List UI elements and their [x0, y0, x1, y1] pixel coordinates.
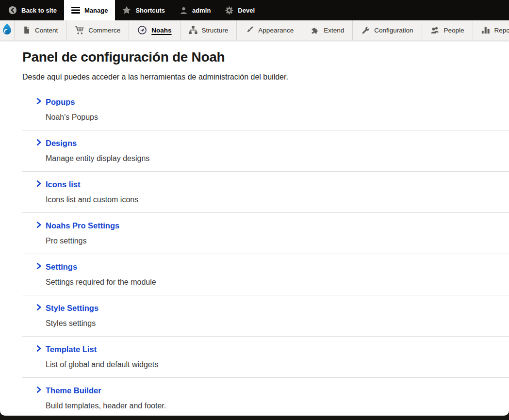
chevron-right-icon [36, 221, 42, 230]
file-icon [23, 26, 31, 34]
admin-toolbar: Back to site Manage Shortcuts admin [0, 0, 509, 20]
template-list-link[interactable]: Template List [36, 344, 509, 355]
page-content: Panel de configuración de Noah Desde aqu… [0, 40, 509, 416]
toolbar-item-configuration[interactable]: Configuration [353, 20, 422, 40]
drupal-logo [0, 22, 14, 38]
toolbar-item-people[interactable]: People [422, 20, 473, 40]
theme-builder-description: Build templates, header and footer. [46, 401, 509, 411]
list-item-theme-builder: Theme Builder Build templates, header an… [22, 378, 509, 416]
window-bottom-edge [0, 416, 509, 420]
wrench-icon [361, 26, 370, 34]
popups-description: Noah's Popups [46, 112, 509, 122]
people-label: People [444, 27, 464, 34]
noahs-label: Noahs [151, 27, 171, 34]
send-circle-icon [137, 25, 147, 35]
list-item-designs: Designs Manage entity display designs [22, 130, 509, 172]
toolbar-item-extend[interactable]: Extend [302, 20, 353, 40]
list-item-popups: Popups Noah's Popups [22, 89, 509, 130]
list-item-settings: Settings Settings required for the modul… [22, 254, 509, 295]
settings-title: Settings [46, 262, 77, 272]
page-title: Panel de configuración de Noah [22, 49, 509, 65]
icons-list-link[interactable]: Icons list [36, 179, 509, 190]
settings-link[interactable]: Settings [36, 261, 509, 272]
devel-label: Devel [238, 7, 255, 14]
paintbrush-icon [245, 26, 254, 34]
gear-icon [225, 6, 233, 15]
chevron-right-icon [36, 345, 42, 354]
toolbar-item-reports[interactable]: Reports [473, 20, 509, 40]
toolbar-item-content[interactable]: Content [15, 20, 66, 40]
structure-label: Structure [202, 27, 229, 34]
star-icon [122, 6, 131, 15]
chevron-right-icon [36, 97, 42, 107]
shortcuts-label: Shortcuts [135, 7, 165, 14]
tab-manage[interactable]: Manage [64, 0, 115, 20]
chevron-right-icon [36, 180, 42, 189]
tab-shortcuts[interactable]: Shortcuts [115, 0, 172, 20]
tab-admin-user[interactable]: admin [172, 0, 218, 20]
cart-icon [75, 26, 84, 34]
admin-panel-list: Popups Noah's Popups Designs Manage enti… [22, 89, 509, 416]
noahs-pro-settings-title: Noahs Pro Settings [46, 221, 119, 230]
designs-description: Manage entity display designs [46, 153, 509, 163]
list-item-style-settings: Style Settings Styles settings [22, 295, 509, 337]
admin-user-label: admin [192, 7, 211, 14]
icons-list-title: Icons list [46, 180, 81, 189]
style-settings-link[interactable]: Style Settings [36, 303, 509, 313]
user-icon [180, 6, 188, 15]
style-settings-description: Styles settings [46, 318, 509, 328]
chevron-right-icon [36, 386, 42, 395]
chevron-right-icon [36, 262, 42, 272]
back-circle-icon [8, 6, 17, 15]
toolbar-item-noahs[interactable]: Noahs [129, 20, 180, 40]
list-item-noahs-pro-settings: Noahs Pro Settings Pro settings [22, 213, 509, 254]
drupal-admin-window: Back to site Manage Shortcuts admin [0, 0, 509, 420]
toolbar-item-commerce[interactable]: Commerce [66, 20, 129, 40]
puzzle-icon [311, 26, 319, 34]
people-icon [430, 26, 440, 34]
designs-link[interactable]: Designs [36, 138, 509, 148]
chevron-right-icon [36, 304, 42, 313]
manage-label: Manage [84, 7, 108, 14]
theme-builder-link[interactable]: Theme Builder [36, 385, 509, 396]
noahs-pro-settings-description: Pro settings [46, 236, 509, 246]
theme-builder-title: Theme Builder [46, 386, 101, 395]
content-label: Content [35, 27, 58, 34]
hamburger-icon [71, 7, 80, 14]
popups-link[interactable]: Popups [36, 97, 509, 107]
icons-list-description: Icons list and custom icons [46, 194, 509, 205]
designs-title: Designs [46, 139, 77, 148]
extend-label: Extend [324, 27, 344, 34]
popups-title: Popups [46, 97, 75, 107]
noahs-pro-settings-link[interactable]: Noahs Pro Settings [36, 220, 509, 231]
list-item-template-list: Template List List of global and default… [22, 337, 509, 378]
chevron-right-icon [36, 139, 42, 148]
bar-chart-icon [481, 26, 490, 34]
reports-label: Reports [494, 27, 509, 34]
sitemap-icon [189, 26, 197, 34]
toolbar-item-structure[interactable]: Structure [181, 20, 237, 40]
configuration-label: Configuration [374, 27, 413, 34]
template-list-description: List of global and default widgets [46, 359, 509, 370]
settings-description: Settings required for the module [46, 277, 509, 287]
toolbar-item-appearance[interactable]: Appearance [237, 20, 302, 40]
template-list-title: Template List [46, 345, 97, 354]
tab-devel[interactable]: Devel [218, 0, 262, 20]
list-item-icons-list: Icons list Icons list and custom icons [22, 172, 509, 213]
appearance-label: Appearance [258, 27, 294, 34]
drupal-home-button[interactable] [0, 20, 15, 40]
page-intro: Desde aquí puedes acceder a las herramie… [22, 73, 509, 81]
style-settings-title: Style Settings [46, 304, 99, 313]
commerce-label: Commerce [88, 27, 120, 34]
back-to-site-label: Back to site [21, 7, 57, 14]
toolbar-tray: Content Commerce Noahs Structure Appeara [0, 20, 509, 40]
back-to-site-button[interactable]: Back to site [1, 0, 64, 20]
